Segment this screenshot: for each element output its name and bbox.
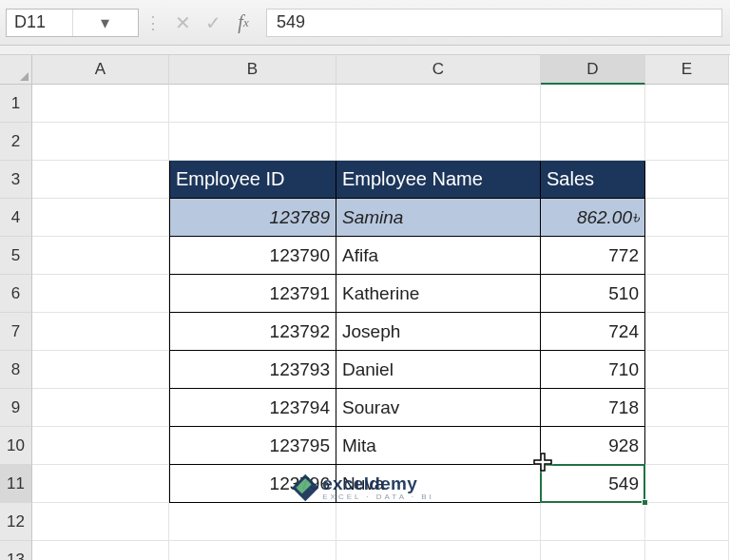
cell[interactable] [541,541,645,560]
cell[interactable] [169,503,336,541]
watermark: exceldemy EXCEL · DATA · BI [296,473,434,501]
table-cell[interactable]: 123793 [169,351,336,389]
row-header[interactable]: 5 [0,237,32,275]
table-cell[interactable]: 123792 [169,313,336,351]
row-header[interactable]: 11 [0,465,32,503]
cell[interactable] [645,541,729,560]
fx-icon[interactable]: fx [228,9,259,37]
table-cell[interactable]: Samina [336,199,541,237]
formula-input-value: 549 [277,12,305,32]
cell[interactable] [645,503,729,541]
formula-input[interactable]: 549 [266,9,722,37]
table-cell[interactable]: 928 [541,427,645,465]
cell[interactable] [541,85,645,123]
cell[interactable] [336,123,541,161]
cell[interactable] [169,123,336,161]
name-box[interactable]: D11 ▾ [6,9,139,37]
cell[interactable] [32,351,169,389]
table-cell[interactable]: Daniel [336,351,541,389]
cell[interactable] [32,541,169,560]
col-header[interactable]: D [541,55,645,85]
row-headers: 1 2 3 4 5 6 7 8 9 10 11 12 13 [0,55,32,560]
table-header[interactable]: Sales [541,161,645,199]
table-header[interactable]: Employee Name [336,161,541,199]
brand-logo-icon [292,473,318,500]
row-header[interactable]: 9 [0,389,32,427]
cell[interactable] [541,503,645,541]
row-header[interactable]: 3 [0,161,32,199]
table-cell[interactable]: 123791 [169,275,336,313]
cell[interactable] [645,427,729,465]
enter-icon[interactable]: ✓ [198,9,228,37]
row-header[interactable]: 1 [0,85,32,123]
row-header[interactable]: 12 [0,503,32,541]
cell[interactable] [336,85,541,123]
table-cell[interactable]: 123790 [169,237,336,275]
table-cell[interactable]: 123795 [169,427,336,465]
row-header[interactable]: 13 [0,541,32,560]
col-header[interactable]: B [169,55,336,85]
row-header[interactable]: 2 [0,123,32,161]
table-cell[interactable]: 718 [541,389,645,427]
table-cell[interactable]: Mita [336,427,541,465]
table-cell[interactable]: Sourav [336,389,541,427]
table-cell[interactable]: 772 [541,237,645,275]
table-cell[interactable]: 123789 [169,199,336,237]
cell[interactable] [32,237,169,275]
cell[interactable] [32,465,169,503]
cell[interactable] [169,85,336,123]
formula-bar: D11 ▾ ⋮ ✕ ✓ fx 549 [0,0,730,46]
cell[interactable] [645,199,729,237]
brand-name: exceldemy [322,473,434,494]
cell[interactable] [645,85,729,123]
table-cell[interactable]: 549 [541,465,645,503]
cell[interactable] [32,503,169,541]
row-header[interactable]: 7 [0,313,32,351]
cell[interactable] [645,389,729,427]
table-cell[interactable]: Afifa [336,237,541,275]
cell[interactable] [32,85,169,123]
brand-tagline: EXCEL · DATA · BI [322,492,434,501]
row-header[interactable]: 4 [0,199,32,237]
col-header[interactable]: C [336,55,541,85]
cancel-icon[interactable]: ✕ [167,9,198,37]
cell[interactable] [645,465,729,503]
table-header[interactable]: Employee ID [169,161,336,199]
row-header[interactable]: 10 [0,427,32,465]
table-cell[interactable]: Katherine [336,275,541,313]
cell[interactable] [32,161,169,199]
select-all-corner[interactable] [0,55,32,85]
table-cell[interactable]: 510 [541,275,645,313]
name-box-value: D11 [7,12,72,32]
cell[interactable] [32,427,169,465]
cell[interactable] [645,237,729,275]
cell[interactable] [32,199,169,237]
table-cell[interactable]: Joseph [336,313,541,351]
table-cell[interactable]: 862.00৳ [541,199,645,237]
row-header[interactable]: 8 [0,351,32,389]
cell[interactable] [645,351,729,389]
cell[interactable] [336,541,541,560]
col-header[interactable]: A [32,55,169,85]
table-cell[interactable]: 123794 [169,389,336,427]
cell[interactable] [541,123,645,161]
cell[interactable] [32,275,169,313]
fill-handle-icon[interactable] [642,499,648,506]
name-box-dropdown-icon[interactable]: ▾ [72,10,139,36]
cell[interactable] [32,123,169,161]
cell[interactable] [32,313,169,351]
divider-icon: ⋮ [139,12,167,33]
row-header[interactable]: 6 [0,275,32,313]
excel-select-cursor-icon [532,452,553,476]
cell[interactable] [645,161,729,199]
cell[interactable] [645,313,729,351]
col-header[interactable]: E [645,55,729,85]
cell[interactable] [169,541,336,560]
cell[interactable] [32,389,169,427]
cell[interactable] [645,123,729,161]
cell[interactable] [645,275,729,313]
cell[interactable] [336,503,541,541]
table-cell[interactable]: 724 [541,313,645,351]
table-cell[interactable]: 710 [541,351,645,389]
column-headers: A B C D E [32,55,730,85]
